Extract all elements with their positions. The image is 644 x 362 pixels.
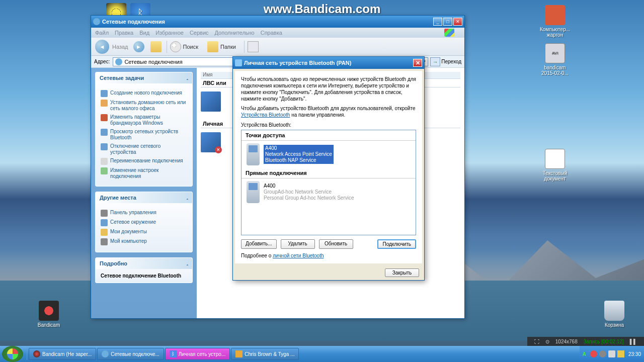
- tray-icon[interactable]: [599, 350, 606, 357]
- place-computer[interactable]: Мой компьютер: [101, 238, 187, 245]
- place-control-panel[interactable]: Панель управления: [101, 210, 187, 217]
- refresh-button[interactable]: Обновить: [319, 239, 353, 249]
- chevron-up-icon: ꞈ: [187, 75, 188, 81]
- taskbar-item-aimp[interactable]: Chris Brown & Tyga ...: [231, 348, 299, 360]
- network-icon: [115, 58, 122, 65]
- device-list[interactable]: Точки доступа A400Network Access Point S…: [241, 130, 416, 235]
- maximize-button[interactable]: □: [443, 18, 452, 26]
- aimp-icon: [235, 350, 243, 357]
- dialog-text: Чтобы использовать одно из перечисленных…: [241, 76, 416, 102]
- views-button[interactable]: [248, 41, 259, 52]
- monitor-icon: [201, 92, 221, 112]
- dialog-close-button[interactable]: ✕: [413, 59, 422, 67]
- task-disable[interactable]: Отключение сетевого устройства: [101, 143, 187, 155]
- bluetooth-icon: [235, 59, 242, 66]
- toolbar: ◄ Назад ► Поиск Папки: [91, 38, 464, 56]
- language-indicator[interactable]: А: [583, 351, 586, 357]
- monitor-icon: [201, 132, 221, 152]
- go-button[interactable]: →: [430, 57, 440, 66]
- place-documents[interactable]: Мои документы: [101, 229, 187, 236]
- bandicam-watermark: www.Bandicam.com: [264, 2, 381, 16]
- network-icon: [93, 18, 100, 25]
- dialog-text: Чтобы добавить устройство Bluetooth для …: [241, 105, 416, 118]
- forward-button[interactable]: ►: [133, 41, 144, 52]
- windows-flag-icon: [444, 29, 454, 37]
- task-properties[interactable]: Изменение настроек подключения: [101, 167, 187, 179]
- back-button[interactable]: ◄: [95, 40, 109, 54]
- add-button[interactable]: Добавить...: [241, 239, 277, 249]
- bluetooth-pan-dialog: Личная сеть устройств Bluetooth (PAN) ✕ …: [232, 56, 425, 281]
- tray-icon[interactable]: [590, 350, 597, 357]
- desktop-icon-ppt[interactable]: Компьютер... жаргон: [537, 5, 573, 38]
- task-rename[interactable]: Переименование подключения: [101, 158, 187, 165]
- folders-button[interactable]: [207, 41, 218, 52]
- bt-devices-link[interactable]: Устройства Bluetooth: [241, 112, 290, 118]
- phone-icon: [247, 143, 260, 165]
- desktop-icon-avi[interactable]: AVIbandicam 2015-02-0...: [537, 43, 573, 76]
- desktop-icon-txt[interactable]: Текстовый документ: [537, 149, 573, 182]
- phone-icon: [247, 181, 260, 203]
- task-new-connection[interactable]: Создание нового подключения: [101, 90, 187, 97]
- delete-button[interactable]: Удалить: [281, 239, 315, 249]
- taskbar-item-bluetooth-dialog[interactable]: ᛒЛичная сеть устро...: [165, 348, 230, 360]
- bandicam-icon: [33, 350, 40, 357]
- chevron-up-icon: ꞈ: [187, 195, 188, 201]
- dialog-titlebar[interactable]: Личная сеть устройств Bluetooth (PAN) ✕: [233, 57, 424, 69]
- group-direct: Прямые подключения: [242, 168, 416, 178]
- taskbar-item-network[interactable]: Сетевые подключе...: [97, 348, 164, 360]
- start-button[interactable]: [2, 346, 23, 362]
- connect-button[interactable]: Подключить: [377, 239, 416, 249]
- up-button[interactable]: [150, 41, 162, 52]
- device-item-a400-direct[interactable]: A400GroupAd-hoc Network ServicePersonal …: [242, 178, 416, 206]
- taskbar-item-bandicam[interactable]: Bandicam (Не зарег...: [29, 348, 96, 360]
- search-icon[interactable]: [170, 41, 181, 52]
- details-panel: Подробноꞈ Сетевое подключение Bluetooth: [95, 257, 193, 283]
- task-home-network[interactable]: Установить домашнюю сеть или сеть малого…: [101, 100, 187, 112]
- sidebar: Сетевые задачиꞈ Создание нового подключе…: [91, 68, 197, 318]
- taskbar: Bandicam (Не зарег... Сетевые подключе..…: [0, 346, 644, 362]
- minimize-button[interactable]: _: [433, 18, 442, 26]
- tray-icon[interactable]: [617, 350, 624, 357]
- close-dialog-button[interactable]: Закрыть: [385, 268, 419, 277]
- other-places-panel: Другие местаꞈ Панель управления Сетевое …: [95, 192, 193, 252]
- chevron-up-icon: ꞈ: [187, 261, 188, 266]
- device-item-a400-ap[interactable]: A400Network Access Point ServiceBluetoot…: [242, 141, 416, 168]
- bandicam-status-overlay: ⛶ ⊙ 1024x768 Запись [00:02:12] ▌▌: [527, 337, 644, 346]
- titlebar[interactable]: Сетевые подключения _ □ ✕: [91, 16, 464, 28]
- task-bt-devices[interactable]: Просмотр сетевых устройств Bluetooth: [101, 129, 187, 141]
- bluetooth-icon: ᛒ: [170, 350, 177, 357]
- close-button[interactable]: ✕: [453, 18, 462, 26]
- tray-volume-icon[interactable]: [608, 350, 615, 357]
- place-network[interactable]: Сетевое окружение: [101, 219, 187, 226]
- more-info-link: Подробнее о личной сети Bluetooth: [241, 253, 416, 258]
- clock[interactable]: 23:30: [628, 351, 641, 357]
- network-tasks-panel: Сетевые задачиꞈ Создание нового подключе…: [95, 72, 193, 187]
- system-tray[interactable]: А 23:30: [580, 346, 644, 362]
- group-access-points: Точки доступа: [242, 130, 416, 141]
- device-list-label: Устройства Bluetooth:: [241, 122, 416, 128]
- menubar[interactable]: ФайлПравкаВидИзбранноеСервисДополнительн…: [91, 28, 464, 38]
- desktop-icon-trash[interactable]: Корзина: [597, 301, 632, 328]
- desktop-icon-bandicam[interactable]: Bandicam: [31, 301, 66, 328]
- network-icon: [102, 350, 109, 357]
- task-firewall[interactable]: Изменить параметры брандмауэра Windows: [101, 114, 187, 126]
